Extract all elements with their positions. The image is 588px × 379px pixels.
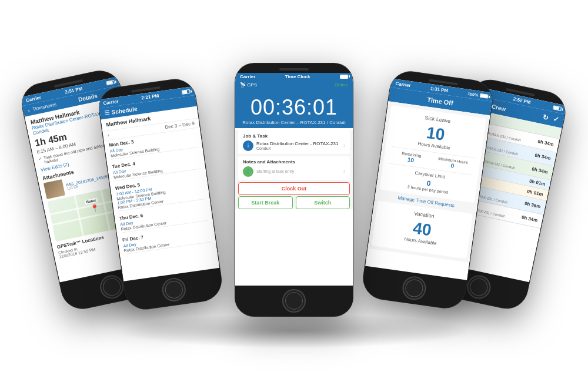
- notes-sub: Starting at task entry: [256, 169, 294, 173]
- time: 2:21 PM: [141, 93, 159, 100]
- job-value: Rotax Distribution Center - ROTAX-231: [256, 141, 338, 146]
- carrier: Carrier: [103, 98, 119, 106]
- chevron-right-icon: ›: [343, 142, 345, 149]
- chevron-right-icon: ›: [343, 168, 345, 175]
- carrier: Carrier: [240, 74, 255, 79]
- battery-icon: [340, 75, 348, 79]
- attachment-icon: 📎: [243, 166, 253, 177]
- online-status: Online: [335, 82, 348, 88]
- crew-time: 0h 34m: [521, 214, 538, 223]
- vacation-card: Vacation 40 Hours Available: [372, 200, 473, 259]
- notes-title: Notes and Attachments: [243, 159, 345, 165]
- schedule-days: Mon Dec. 3All DayMolecular Science Build…: [103, 128, 216, 257]
- timer-location: Rotax Distribution Center – ROTAX-231 / …: [238, 120, 350, 125]
- battery-icon: [480, 93, 489, 98]
- action-buttons: Start Break Switch: [238, 196, 350, 209]
- home-button[interactable]: [465, 273, 492, 300]
- crew-time: 0h 34m: [537, 139, 554, 147]
- title: Time Clock: [285, 74, 310, 79]
- status-icons: [106, 79, 115, 85]
- refresh-icon[interactable]: ↻: [542, 112, 550, 122]
- battery-icon: [106, 79, 115, 85]
- status-icons: [553, 105, 562, 111]
- check-icon[interactable]: ✓: [552, 115, 560, 124]
- status-bar: Carrier Time Clock: [235, 73, 353, 81]
- map-pin: 📍: [90, 203, 101, 213]
- time: 1:31 PM: [430, 86, 448, 93]
- status-icons: [182, 89, 191, 94]
- timer-section: 00:36:01 Rotax Distribution Center – ROT…: [235, 89, 353, 128]
- time-off-body: Sick Leave 10 Hours Available Remaining …: [368, 101, 490, 263]
- time-clock-screen: Carrier Time Clock 📡 GPS Online 00:36:01…: [235, 73, 353, 286]
- home-button[interactable]: [98, 273, 125, 300]
- job-task-row: i Rotax Distribution Center - ROTAX-231 …: [243, 140, 345, 151]
- gps-label: 📡 GPS: [240, 82, 257, 88]
- job-task-section: Job & Task i Rotax Distribution Center -…: [238, 130, 350, 154]
- phones-container: Carrier 2:51 PM ‹ Timesheets Details Mat…: [29, 19, 559, 360]
- image-thumbnail: [44, 179, 65, 199]
- gps-bar: 📡 GPS Online: [235, 81, 353, 89]
- crew-time: 0h 34m: [532, 166, 549, 175]
- time-clock-body: Job & Task i Rotax Distribution Center -…: [235, 130, 353, 209]
- status-icons: [340, 75, 348, 79]
- speaker: [279, 68, 309, 71]
- phone-time-clock: Carrier Time Clock 📡 GPS Online 00:36:01…: [235, 63, 353, 316]
- job-task-info: Rotax Distribution Center - ROTAX-231 Co…: [256, 141, 338, 150]
- sick-leave-card: Sick Leave 10 Hours Available Remaining …: [379, 105, 486, 202]
- home-button[interactable]: [282, 289, 306, 313]
- header-icons: ↻ ✓: [542, 112, 560, 124]
- check-icon: ✓: [38, 156, 43, 162]
- battery-pct: 100%: [467, 91, 479, 96]
- battery-icon: [553, 105, 562, 111]
- info-icon: i: [243, 140, 253, 151]
- home-button[interactable]: [400, 274, 427, 301]
- prev-icon[interactable]: ‹: [108, 132, 110, 137]
- remaining-col: Remaining 10: [389, 149, 432, 166]
- job-sub: Conduit: [256, 146, 338, 150]
- notes-row: 📎 Starting at task entry ›: [243, 166, 345, 177]
- header-title: Schedule: [111, 105, 138, 115]
- crew-time: 0h 36m: [524, 200, 541, 209]
- crew-time: 0h 01m: [529, 178, 546, 187]
- switch-button[interactable]: Switch: [296, 196, 350, 209]
- home-button[interactable]: [161, 276, 187, 303]
- timer-value: 00:36:01: [238, 95, 350, 120]
- crew-time: 0h 34m: [534, 152, 552, 161]
- job-task-title: Job & Task: [243, 133, 345, 139]
- crew-time: 0h 01m: [527, 189, 544, 197]
- carrier: Carrier: [395, 81, 411, 88]
- start-break-button[interactable]: Start Break: [238, 196, 293, 209]
- battery-icon: [182, 89, 191, 94]
- notes-section: Notes and Attachments 📎 Starting at task…: [238, 156, 350, 180]
- back-icon: ‹: [28, 107, 31, 113]
- maximum-col: Maximum Hours 0: [431, 155, 474, 172]
- status-icons: 100%: [467, 91, 489, 98]
- clock-out-button[interactable]: Clock Out: [238, 182, 350, 195]
